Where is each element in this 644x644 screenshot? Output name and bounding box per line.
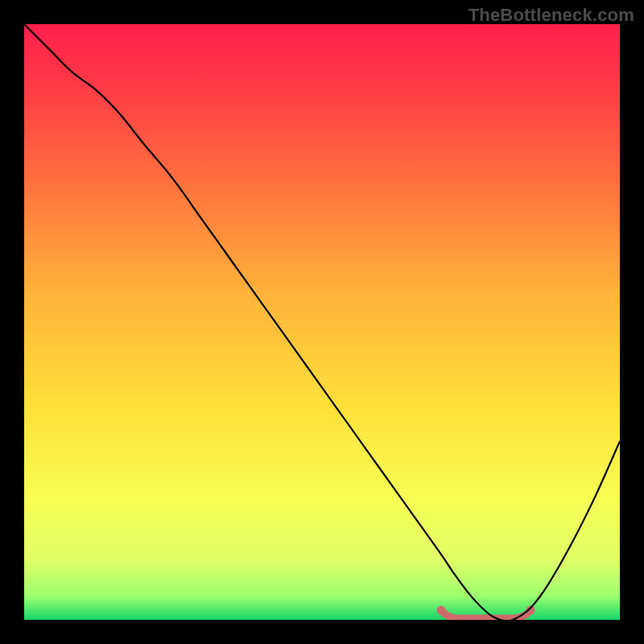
gradient-background <box>24 24 620 620</box>
optimal-range-start-dot <box>437 606 446 615</box>
plot-svg <box>24 24 620 620</box>
watermark-text: TheBottleneck.com <box>469 5 634 26</box>
plot-area <box>24 24 620 620</box>
chart-frame: TheBottleneck.com <box>0 0 644 644</box>
